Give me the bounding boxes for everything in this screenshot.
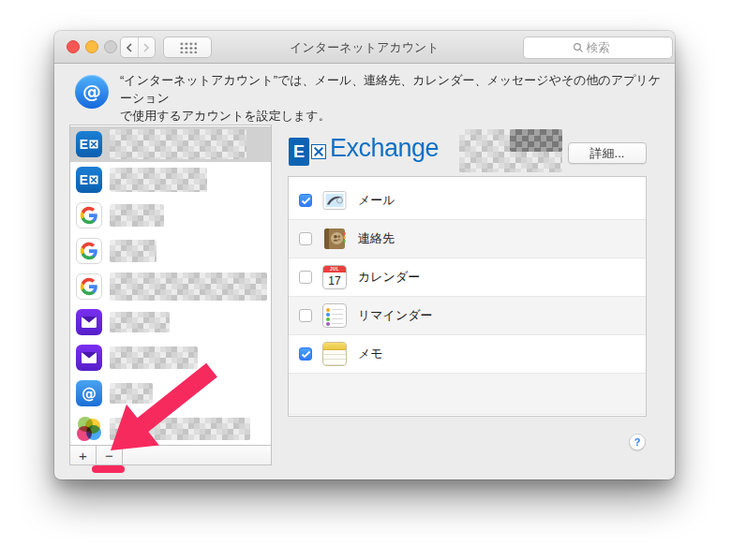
search-icon [573,42,584,53]
redacted-account-name [110,418,250,440]
window-title: インターネットアカウント [223,39,506,56]
search-field[interactable] [523,37,673,59]
reminders-app-icon [322,303,347,328]
contacts-app-icon [322,227,347,251]
google-icon [76,202,102,228]
sidebar-account-mail-1[interactable] [70,304,271,340]
redacted-account-name [110,129,246,159]
purple-mail-icon [76,345,102,371]
service-label: メモ [358,346,383,362]
sidebar-account-google-1[interactable] [70,198,271,233]
sidebar-account-google-3[interactable] [70,269,271,304]
internet-accounts-icon: @ [75,75,109,109]
exchange-icon: E [76,167,102,193]
service-label: メール [358,192,395,209]
back-button[interactable] [121,37,138,57]
calendar-app-icon: JUL 17 [322,265,347,289]
services-list: メール 連絡先 [288,176,647,417]
services-empty-area [289,374,646,415]
redacted-account-detail [459,129,562,172]
accounts-list: E E [70,125,271,446]
sidebar-account-exchange-1[interactable]: E [70,126,271,162]
reminders-checkbox[interactable] [299,309,312,322]
redacted-account-name [110,204,164,227]
intro-line-1: “インターネットアカウント”では、メール、連絡先、カレンダー、メッセージやその他… [120,71,662,107]
service-label: リマインダー [358,307,433,324]
zoom-button-disabled [104,40,117,53]
contacts-checkbox[interactable] [299,232,312,245]
google-icon [76,238,102,264]
redacted-account-name [110,168,207,192]
exchange-icon: E [76,131,102,157]
sidebar-account-exchange-2[interactable]: E [70,162,271,198]
add-account-button[interactable]: + [70,446,97,464]
internet-accounts-window: インターネットアカウント @ “インターネットアカウント”では、メール、連絡先、… [54,31,675,479]
service-row-reminders: リマインダー [289,297,646,335]
title-bar: インターネットアカウント [54,31,675,64]
forward-button[interactable] [138,37,156,57]
calendar-checkbox[interactable] [299,271,312,284]
remove-account-button[interactable]: − [97,446,123,464]
accounts-sidebar: E E [69,125,272,465]
redacted-account-name [110,273,267,301]
service-label: 連絡先 [358,230,395,247]
service-row-calendar: JUL 17 カレンダー [289,258,646,297]
annotation-underline [92,465,125,473]
sidebar-account-mail-2[interactable] [70,340,271,376]
sidebar-account-at-mail[interactable]: @ [70,376,271,411]
redacted-account-detail-dark [510,129,562,152]
notes-checkbox[interactable] [299,347,312,361]
nav-history-group [120,37,156,58]
redacted-account-name [110,312,170,332]
redacted-account-name [110,240,157,262]
help-button[interactable]: ? [629,434,646,450]
sidebar-account-google-2[interactable] [70,233,271,269]
mail-app-icon [322,188,347,213]
game-center-icon [76,416,102,442]
service-row-mail: メール [289,182,646,220]
exchange-logo-icon: E [289,136,326,168]
mail-checkbox[interactable] [299,194,312,207]
show-all-button[interactable] [163,37,212,58]
purple-mail-icon [76,309,102,335]
search-input[interactable] [587,41,624,54]
service-row-notes: メモ [289,335,646,374]
at-glyph: @ [82,81,101,103]
details-button[interactable]: 詳細... [568,142,647,164]
redacted-account-name [110,346,198,369]
redacted-account-name [110,383,153,404]
close-button[interactable] [67,40,80,53]
minimize-button[interactable] [85,40,98,53]
intro-line-2: で使用するアカウントを設定します。 [120,107,662,125]
grid-icon [179,41,197,53]
at-mail-icon: @ [76,380,102,406]
provider-name: Exchange [330,134,439,163]
google-icon [76,273,102,300]
sidebar-bottom-bar: + − [70,445,271,464]
service-label: カレンダー [358,269,420,286]
service-row-contacts: 連絡先 [289,220,646,258]
intro-description: “インターネットアカウント”では、メール、連絡先、カレンダー、メッセージやその他… [120,71,662,125]
sidebar-account-game-center[interactable] [70,411,271,446]
notes-app-icon [322,342,347,366]
